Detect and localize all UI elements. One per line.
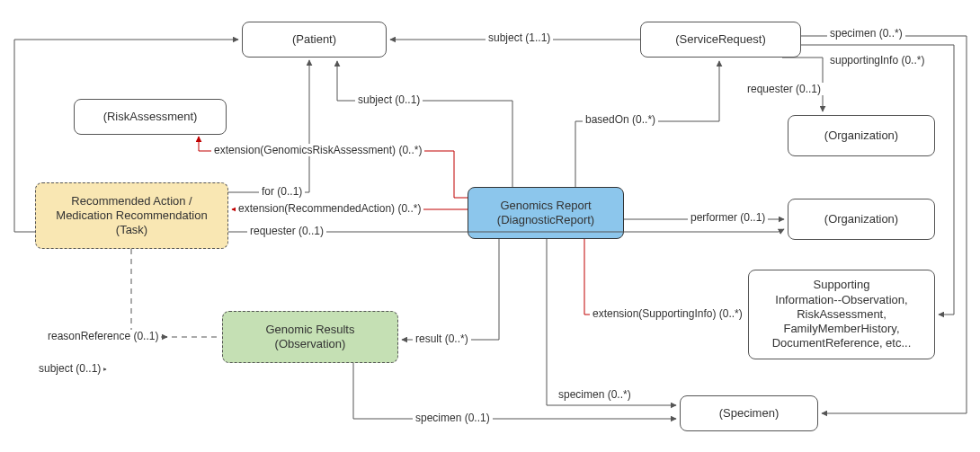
lbl-suppinfo0s: supportingInfo (0..*) [827, 54, 927, 66]
node-genomics-report: Genomics Report (DiagnosticReport) [468, 187, 624, 239]
node-risk-assessment: (RiskAssessment) [74, 99, 227, 135]
lbl-ext-supp: extension(SupportingInfo) (0..*) [590, 307, 745, 320]
lbl-specimen0s: specimen (0..*) [827, 27, 905, 40]
task-line1: Recommended Action / [71, 194, 192, 208]
lbl-reasonref: reasonReference (0..1) [45, 330, 161, 342]
node-service-request-label: (ServiceRequest) [675, 32, 765, 47]
supp-line1: Supporting [814, 278, 870, 291]
node-org1-label: (Organization) [824, 129, 898, 143]
report-line1: Genomics Report [500, 199, 591, 212]
node-specimen: (Specimen) [680, 395, 818, 431]
lbl-subject-a: subject (0..1) [355, 93, 423, 106]
node-report-label: Genomics Report (DiagnosticReport) [497, 199, 594, 228]
lbl-ext-risk: extension(GenomicsRiskAssessment) (0..*) [211, 144, 424, 156]
task-line2: Medication Recommendation [56, 208, 207, 222]
lbl-spec01: specimen (0..1) [413, 412, 493, 424]
node-results-label: Genomic Results (Observation) [266, 323, 355, 352]
supp-line5: DocumentReference, etc... [772, 336, 912, 350]
node-supporting-info: Supporting Information--Observation, Ris… [748, 270, 935, 359]
report-line2: (DiagnosticReport) [497, 213, 594, 226]
lbl-spec0s-b: specimen (0..*) [556, 388, 634, 401]
lbl-requester-b: requester (0..1) [247, 225, 326, 237]
results-line1: Genomic Results [266, 323, 355, 336]
node-organization-performer: (Organization) [788, 199, 935, 240]
lbl-subject-b: subject (0..1) [36, 362, 103, 375]
node-org2-label: (Organization) [824, 212, 898, 226]
node-genomic-results: Genomic Results (Observation) [222, 311, 398, 363]
diagram-canvas: (Patient) (RiskAssessment) Recommended A… [0, 0, 980, 452]
node-patient-label: (Patient) [292, 32, 336, 47]
node-task-label: Recommended Action / Medication Recommen… [56, 194, 207, 238]
lbl-requester-a: requester (0..1) [744, 83, 824, 95]
task-line3: (Task) [116, 223, 147, 236]
lbl-for01: for (0..1) [259, 185, 305, 198]
lbl-basedon: basedOn (0..*) [583, 113, 658, 126]
node-organization-requester: (Organization) [788, 115, 935, 156]
node-supporting-label: Supporting Information--Observation, Ris… [772, 278, 912, 350]
lbl-result: result (0..*) [413, 332, 471, 345]
supp-line4: FamilyMemberHistory, [783, 322, 899, 335]
node-service-request: (ServiceRequest) [640, 22, 801, 58]
supp-line3: RiskAssessment, [797, 307, 886, 321]
results-line2: (Observation) [275, 337, 346, 350]
node-task: Recommended Action / Medication Recommen… [35, 182, 228, 249]
node-specimen-label: (Specimen) [719, 406, 779, 421]
lbl-subject11: subject (1..1) [486, 31, 553, 44]
node-risk-assessment-label: (RiskAssessment) [103, 110, 198, 124]
supp-line2: Information--Observation, [775, 293, 907, 306]
lbl-performer: performer (0..1) [688, 211, 768, 224]
node-patient: (Patient) [242, 22, 387, 58]
lbl-ext-rec: extension(RecommendedAction) (0..*) [236, 202, 423, 215]
